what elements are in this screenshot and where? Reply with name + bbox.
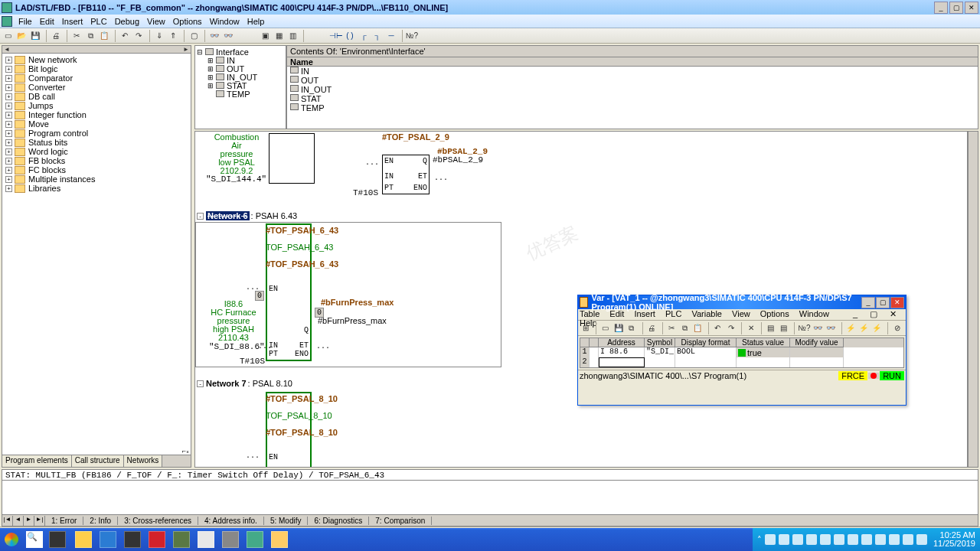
save-icon[interactable]: 💾 bbox=[29, 30, 41, 42]
message-area[interactable] bbox=[2, 481, 978, 515]
vat-dup-icon[interactable]: ⧉ bbox=[626, 322, 637, 334]
msgtab-address[interactable]: 4: Address info. bbox=[198, 517, 264, 525]
msgtab-diag[interactable]: 6: Diagnostics bbox=[308, 517, 369, 525]
vat-redo-icon[interactable]: ↷ bbox=[725, 322, 737, 334]
tree-comparator[interactable]: Comparator bbox=[28, 73, 73, 83]
vat-cut-icon[interactable]: ✂ bbox=[666, 322, 678, 334]
vat-child-min-icon[interactable]: _ bbox=[853, 309, 858, 320]
tree-word-logic[interactable]: Word logic bbox=[28, 147, 68, 156]
tree-db-call[interactable]: DB call bbox=[28, 92, 55, 101]
goggles-off-icon[interactable]: 👓 bbox=[222, 30, 234, 42]
system-menu-icon[interactable] bbox=[2, 16, 12, 27]
msgtab-modify[interactable]: 5: Modify bbox=[264, 517, 309, 525]
tray-icon[interactable] bbox=[889, 534, 900, 545]
vat-del-icon[interactable]: ✕ bbox=[745, 322, 756, 334]
minimize-button[interactable]: _ bbox=[934, 2, 948, 14]
vat-window[interactable]: Var - [VAT_1 -- @zhongwang3\SIMATIC 400\… bbox=[577, 295, 906, 406]
msgtab-prev-icon[interactable]: ◄ bbox=[13, 516, 24, 526]
task-simatic-icon[interactable] bbox=[219, 529, 242, 550]
task-app3-icon[interactable] bbox=[194, 529, 217, 550]
task-explorer-icon[interactable] bbox=[72, 529, 95, 550]
vat-open-icon[interactable]: ▭ bbox=[599, 322, 611, 334]
new-icon[interactable]: ▭ bbox=[2, 30, 14, 42]
tree-new-network[interactable]: New network bbox=[28, 55, 77, 64]
tray-icon[interactable] bbox=[765, 534, 776, 545]
vat-help-icon[interactable]: №? bbox=[798, 322, 810, 334]
vat-maximize-button[interactable]: ▢ bbox=[876, 297, 890, 308]
vat-stop-icon[interactable]: ⊘ bbox=[891, 322, 903, 334]
vat-child-restore-icon[interactable]: ▢ bbox=[870, 309, 877, 320]
vat-modify-icon[interactable]: ⚡ bbox=[845, 322, 857, 334]
menu-options[interactable]: Options bbox=[173, 17, 202, 26]
help-context-icon[interactable]: №? bbox=[406, 30, 418, 42]
tray-icon[interactable] bbox=[792, 534, 803, 545]
undo-icon[interactable]: ↶ bbox=[119, 30, 131, 42]
vat-force-icon[interactable]: ⚡ bbox=[871, 322, 883, 334]
close-button[interactable]: ✕ bbox=[965, 2, 978, 14]
tray-icon[interactable] bbox=[834, 534, 844, 545]
vat-ins2-icon[interactable]: ▤ bbox=[778, 322, 789, 334]
menu-file[interactable]: File bbox=[18, 17, 32, 26]
tray-expand-icon[interactable]: ˄ bbox=[757, 535, 762, 545]
tab-networks[interactable]: Networks bbox=[124, 455, 163, 467]
vat-menu-edit[interactable]: Edit bbox=[609, 309, 624, 318]
vat-copy-icon[interactable]: ⧉ bbox=[679, 322, 691, 334]
tab-program-elements[interactable]: Program elements bbox=[2, 455, 72, 467]
menu-debug[interactable]: Debug bbox=[115, 17, 139, 26]
goggles-icon[interactable]: 👓 bbox=[208, 30, 220, 42]
paste-icon[interactable]: 📋 bbox=[98, 30, 110, 42]
tree-converter[interactable]: Converter bbox=[28, 83, 65, 92]
vat-row-2[interactable]: 2 bbox=[580, 357, 903, 367]
vat-col-address[interactable]: Address bbox=[599, 338, 645, 347]
vat-monitor-icon[interactable]: 👓 bbox=[812, 322, 823, 334]
windows-taskbar[interactable]: 🔍 ˄ 10:25 AM 11/25/2019 bbox=[0, 528, 980, 551]
msgtab-last-icon[interactable]: ►| bbox=[34, 516, 45, 526]
vat-ins-icon[interactable]: ▤ bbox=[765, 322, 776, 334]
redo-icon[interactable]: ↷ bbox=[132, 30, 145, 42]
interface-tree[interactable]: ⊟Interface ⊞IN ⊞OUT ⊞IN_OUT ⊞STAT TEMP bbox=[194, 45, 286, 129]
vat-grid[interactable]: Address Symbol Display format Status val… bbox=[580, 337, 904, 368]
msgtab-comparison[interactable]: 7: Comparison bbox=[369, 517, 432, 525]
tray-icon[interactable] bbox=[779, 534, 789, 545]
vat-col-status[interactable]: Status value bbox=[737, 338, 790, 347]
task-lad-icon[interactable] bbox=[243, 529, 266, 550]
system-tray[interactable]: ˄ 10:25 AM 11/25/2019 bbox=[753, 528, 980, 551]
menu-view[interactable]: View bbox=[147, 17, 165, 26]
vat-close-button[interactable]: ✕ bbox=[890, 297, 904, 308]
cut-icon[interactable]: ✂ bbox=[70, 30, 83, 42]
vat-save-icon[interactable]: 💾 bbox=[612, 322, 624, 334]
connector-icon[interactable]: ─ bbox=[385, 30, 397, 42]
tree-program-control[interactable]: Program control bbox=[28, 129, 88, 138]
vertical-scrollbar[interactable] bbox=[968, 131, 978, 468]
msgtab-first-icon[interactable]: |◄ bbox=[2, 516, 13, 526]
menu-window[interactable]: Window bbox=[210, 17, 240, 26]
tree-fb-blocks[interactable]: FB blocks bbox=[28, 156, 65, 165]
tree-bit-logic[interactable]: Bit logic bbox=[28, 64, 58, 73]
tray-icon[interactable] bbox=[820, 534, 831, 545]
tree-libraries[interactable]: Libraries bbox=[28, 184, 60, 193]
tab-call-structure[interactable]: Call structure bbox=[72, 455, 124, 467]
tray-icon[interactable] bbox=[916, 534, 927, 545]
vat-modify2-icon[interactable]: ⚡ bbox=[858, 322, 870, 334]
tray-clock[interactable]: 10:25 AM 11/25/2019 bbox=[933, 531, 975, 548]
tray-icon[interactable] bbox=[806, 534, 817, 545]
tray-icon[interactable] bbox=[861, 534, 872, 545]
vat-menu-plc[interactable]: PLC bbox=[665, 309, 681, 318]
vat-minimize-button[interactable]: _ bbox=[861, 297, 875, 308]
msgtab-next-icon[interactable]: ► bbox=[24, 516, 34, 526]
tray-icon[interactable] bbox=[848, 534, 858, 545]
tray-icon[interactable] bbox=[875, 534, 886, 545]
copy-icon[interactable]: ⧉ bbox=[84, 30, 96, 42]
vat-print-icon[interactable]: 🖨 bbox=[645, 322, 657, 334]
maximize-button[interactable]: ▢ bbox=[949, 2, 963, 14]
window-icon[interactable]: ▣ bbox=[259, 30, 271, 42]
tree-status-bits[interactable]: Status bits bbox=[28, 138, 67, 147]
vat-menu-options[interactable]: Options bbox=[760, 309, 789, 318]
vat-tb-icon[interactable]: ⊞ bbox=[580, 322, 591, 334]
msgtab-crossref[interactable]: 3: Cross-references bbox=[118, 517, 198, 525]
windows-icon[interactable]: ▦ bbox=[273, 30, 285, 42]
tree-fc-blocks[interactable]: FC blocks bbox=[28, 165, 66, 174]
vat-col-symbol[interactable]: Symbol bbox=[645, 338, 675, 347]
tray-icon[interactable] bbox=[903, 534, 913, 545]
msgtab-error[interactable]: 1: Error bbox=[45, 517, 83, 525]
